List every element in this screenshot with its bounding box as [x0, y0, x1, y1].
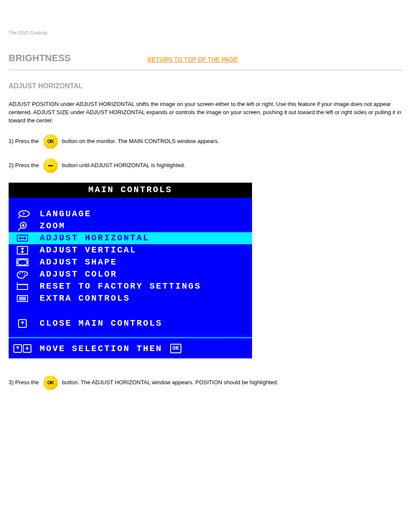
shape-icon — [13, 258, 32, 267]
osd-item-speech[interactable]: ?LANGUAGE — [9, 208, 252, 220]
page-title: BRIGHTNESS — [9, 53, 71, 63]
osd-footer: ▼▲ MOVE SELECTION THEN OK — [9, 337, 252, 358]
ok-key-icon: OK — [170, 344, 181, 354]
svg-point-11 — [19, 273, 21, 274]
step-2-pre: 2) Press the — [9, 162, 39, 170]
osd-close-row[interactable]: ▼ CLOSE MAIN CONTROLS — [9, 317, 252, 330]
step-1-pre: 1) Press the — [9, 137, 39, 146]
step-3-post: button. The ADJUST HORIZONTAL window app… — [62, 379, 278, 387]
osd-item-reset[interactable]: RESET TO FACTORY SETTINGS — [9, 280, 252, 292]
ok-icon: OK — [43, 376, 58, 390]
osd-item-shape[interactable]: ADJUST SHAPE — [9, 256, 252, 268]
osd-item-label: ADJUST COLOR — [40, 268, 117, 280]
osd-panel: MAIN CONTROLS ?LANGUAGEZOOMADJUST HORIZO… — [9, 183, 252, 358]
svg-line-5 — [18, 228, 21, 230]
horiz-icon — [13, 233, 32, 243]
vert-icon — [13, 246, 32, 255]
osd-item-vert[interactable]: ADJUST VERTICAL — [9, 244, 252, 256]
section-heading: ADJUST HORIZONTAL — [9, 82, 402, 90]
step-2-post: button until ADJUST HORIZONTAL is highli… — [62, 162, 185, 170]
step-1: 1) Press the OK button on the monitor. T… — [9, 134, 402, 149]
extra-icon — [13, 294, 32, 303]
osd-title: MAIN CONTROLS — [9, 183, 252, 198]
osd-item-label: EXTRA CONTROLS — [40, 292, 130, 305]
osd-footer-text: MOVE SELECTION THEN — [40, 342, 162, 355]
svg-text:?: ? — [22, 212, 26, 217]
step-3: 3) Press the OK button. The ADJUST HORIZ… — [9, 376, 402, 390]
step-1-post: button on the monitor. The MAIN CONTROLS… — [62, 137, 219, 146]
eyebrow: The OSD Controls — [9, 0, 402, 35]
osd-item-label: ZOOM — [40, 220, 65, 232]
osd-close-label: CLOSE MAIN CONTROLS — [40, 317, 162, 330]
osd-item-label: ADJUST VERTICAL — [40, 244, 137, 256]
minus-icon: − — [43, 159, 58, 173]
osd-item-color[interactable]: ADJUST COLOR — [9, 268, 252, 280]
osd-item-label: LANGUAGE — [40, 208, 91, 220]
svg-point-12 — [22, 272, 23, 273]
speech-icon: ? — [13, 209, 32, 219]
step-2: 2) Press the − button until ADJUST HORIZ… — [9, 159, 402, 173]
osd-item-label: RESET TO FACTORY SETTINGS — [40, 280, 201, 292]
osd-item-horiz[interactable]: ADJUST HORIZONTAL — [9, 232, 252, 244]
ok-icon: OK — [43, 134, 58, 149]
divider — [9, 70, 402, 70]
osd-item-extra[interactable]: EXTRA CONTROLS — [9, 292, 252, 305]
osd-item-label: ADJUST HORIZONTAL — [40, 232, 149, 244]
down-arrow-icon: ▼ — [13, 319, 32, 328]
zoom-icon — [13, 221, 32, 231]
svg-point-13 — [25, 273, 26, 274]
reset-icon — [13, 282, 32, 291]
osd-item-label: ADJUST SHAPE — [40, 256, 117, 268]
return-to-top-link[interactable]: RETURN TO TOP OF THE PAGE — [147, 56, 238, 63]
up-down-icon: ▼▲ — [13, 344, 32, 353]
step-3-pre: 3) Press the — [9, 379, 39, 387]
osd-item-zoom[interactable]: ZOOM — [9, 220, 252, 232]
color-icon — [13, 270, 32, 279]
intro-paragraph: ADJUST POSITION under ADJUST HORIZONTAL … — [9, 100, 402, 125]
